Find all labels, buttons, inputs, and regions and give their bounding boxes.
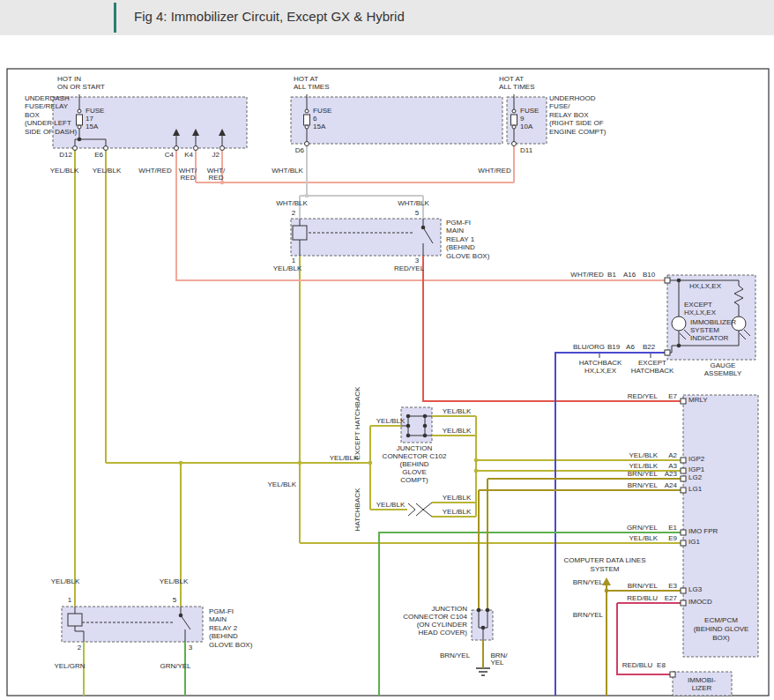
terminal-connector: [681, 488, 686, 493]
junction-dot: [179, 461, 183, 465]
pgm-fi-main-relay-1: [291, 219, 441, 256]
terminal-connector: [681, 476, 686, 481]
terminal-connector: [681, 600, 686, 606]
terminal-connector: [670, 672, 675, 677]
fuse-terminal: [78, 125, 81, 129]
underhood-fuse-box-mid: [291, 97, 502, 144]
junction-dot: [477, 608, 481, 613]
junction-dot: [78, 138, 82, 142]
terminal-connector: [681, 468, 686, 473]
junction-dot: [421, 226, 426, 230]
ecm-pcm-box: [683, 395, 758, 657]
junction-connector-c104-box: [472, 610, 493, 640]
connector-socket: [175, 146, 179, 151]
junction-dot: [220, 181, 225, 185]
junction-dot: [406, 424, 411, 428]
terminal-connector: [681, 540, 686, 546]
indicator-lamp-icon: [732, 316, 746, 331]
junction-dot: [406, 434, 411, 438]
terminal-connector: [665, 278, 670, 283]
immobilizer-unit-box: [673, 672, 732, 696]
junction-dot: [605, 589, 609, 593]
junction-dot: [423, 414, 428, 419]
connector-socket: [73, 146, 78, 151]
junction-dot: [481, 626, 486, 630]
junction-dot: [677, 279, 681, 283]
junction-connector-c102-box: [401, 407, 432, 443]
connector-socket: [512, 142, 517, 146]
page: Fig 4: Immobilizer Circuit, Except GX & …: [0, 0, 774, 700]
fuse-icon: [77, 115, 83, 125]
junction-dot: [179, 614, 183, 618]
junction-dot: [423, 424, 428, 428]
junction-dot: [406, 414, 411, 419]
terminal-connector: [681, 530, 686, 535]
terminal-connector: [665, 350, 670, 355]
junction-dot: [423, 434, 428, 438]
diagram-border: [7, 69, 769, 696]
fuse-terminal: [512, 109, 516, 113]
fuse-icon: [511, 115, 517, 125]
junction-dot: [677, 344, 681, 348]
fuse-icon: [304, 115, 310, 125]
indicator-lamp-icon: [672, 316, 686, 331]
connector-socket: [305, 142, 309, 146]
connector-socket: [104, 146, 108, 151]
junction-dot: [474, 469, 479, 473]
junction-dot: [474, 458, 479, 463]
junction-dot: [305, 194, 309, 198]
connector-socket: [194, 146, 198, 151]
junction-dot: [486, 608, 490, 613]
terminal-connector: [681, 398, 686, 404]
fuse-terminal: [305, 109, 309, 113]
connector-socket: [220, 146, 225, 151]
fuse-terminal: [78, 109, 81, 113]
junction-dot: [298, 461, 302, 465]
junction-dot: [368, 461, 373, 465]
fuse-terminal: [305, 125, 309, 129]
terminal-connector: [681, 458, 686, 463]
terminal-connector: [681, 588, 686, 593]
fuse-terminal: [512, 125, 516, 129]
wiring-diagram-canvas: [0, 0, 774, 700]
pgm-fi-main-relay-2: [62, 607, 203, 642]
